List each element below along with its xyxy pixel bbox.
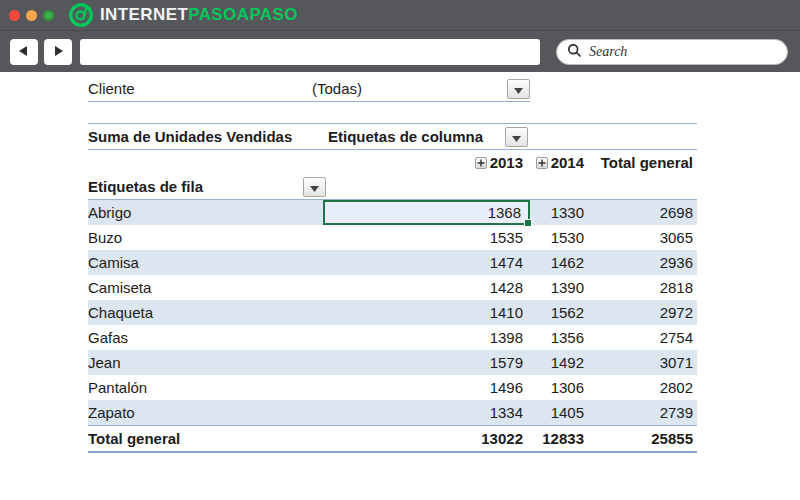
dropdown-arrow-icon: [310, 180, 319, 195]
grand-total-label: Total general: [88, 426, 323, 451]
search-input[interactable]: [587, 43, 777, 61]
cell-value[interactable]: 2802: [588, 375, 697, 400]
year-header-spacer: [88, 150, 323, 175]
cell-value[interactable]: 1368: [323, 200, 530, 225]
brand-name-primary: INTERNET: [100, 5, 188, 24]
cell-value[interactable]: 1535: [323, 225, 530, 250]
pivot-year-header-row: 2013 2014 Total general: [88, 150, 697, 175]
table-row: Chaqueta 1410 1562 2972: [88, 300, 697, 325]
cell-value[interactable]: 1334: [323, 400, 530, 425]
browser-toolbar: [0, 30, 800, 72]
cell-value[interactable]: 2972: [588, 300, 697, 325]
browser-window: INTERNETPASOAPASO: [0, 0, 800, 500]
minimize-button[interactable]: [26, 10, 37, 21]
search-icon: [567, 43, 582, 62]
table-row: Jean 1579 1492 3071: [88, 350, 697, 375]
plus-icon: [538, 155, 546, 170]
row-label[interactable]: Camiseta: [88, 275, 323, 300]
table-row: Pantalón 1496 1306 2802: [88, 375, 697, 400]
row-label[interactable]: Zapato: [88, 400, 323, 425]
table-row: Buzo 1535 1530 3065: [88, 225, 697, 250]
dropdown-arrow-icon: [512, 130, 521, 145]
grand-total-overall: 25855: [588, 426, 697, 451]
search-box[interactable]: [556, 39, 788, 65]
column-header-label: 2013: [490, 154, 523, 171]
table-row: Camisa 1474 1462 2936: [88, 250, 697, 275]
filter-value: (Todas): [312, 80, 362, 97]
grand-total-2013: 13022: [323, 426, 530, 451]
cell-value[interactable]: 1562: [530, 300, 588, 325]
cell-value[interactable]: 1579: [323, 350, 530, 375]
values-title: Suma de Unidades Vendidas: [88, 124, 292, 150]
cell-value[interactable]: 1462: [530, 250, 588, 275]
close-button[interactable]: [9, 10, 20, 21]
table-row: Zapato 1334 1405 2739: [88, 400, 697, 425]
row-label[interactable]: Abrigo: [88, 200, 323, 225]
table-row: Abrigo 1368 1330 2698: [88, 200, 697, 225]
cell-value[interactable]: 1530: [530, 225, 588, 250]
cell-value[interactable]: 2936: [588, 250, 697, 275]
cell-value[interactable]: 1398: [323, 325, 530, 350]
brand-name: INTERNETPASOAPASO: [100, 5, 298, 25]
cell-value[interactable]: 1405: [530, 400, 588, 425]
cell-value[interactable]: 1330: [530, 200, 588, 225]
expand-2014-button[interactable]: [536, 157, 548, 169]
address-bar[interactable]: [80, 39, 540, 65]
window-controls: [9, 10, 54, 21]
row-labels-dropdown-button[interactable]: [303, 177, 326, 197]
cell-value[interactable]: 2818: [588, 275, 697, 300]
column-labels-title: Etiquetas de columna: [328, 124, 483, 150]
cell-value[interactable]: 1474: [323, 250, 530, 275]
cell-value[interactable]: 2754: [588, 325, 697, 350]
table-row: Camiseta 1428 1390 2818: [88, 275, 697, 300]
grand-total-2014: 12833: [530, 426, 588, 451]
column-header-2013: 2013: [323, 150, 530, 175]
cell-value[interactable]: 3071: [588, 350, 697, 375]
row-label[interactable]: Chaqueta: [88, 300, 323, 325]
brand-logo-icon: [68, 2, 94, 28]
pivot-header: Suma de Unidades Vendidas Etiquetas de c…: [88, 123, 697, 200]
title-bar: INTERNETPASOAPASO: [0, 0, 800, 30]
column-labels-dropdown-button[interactable]: [505, 127, 528, 147]
plus-icon: [477, 155, 485, 170]
cell-value[interactable]: 3065: [588, 225, 697, 250]
column-header-2014: 2014: [530, 150, 588, 175]
row-labels-header: Etiquetas de fila: [88, 175, 697, 200]
expand-2013-button[interactable]: [475, 157, 487, 169]
row-labels-title: Etiquetas de fila: [88, 178, 203, 195]
pivot-table-body: Abrigo 1368 1330 2698 Buzo 1535 1530 306…: [88, 200, 697, 453]
zoom-button[interactable]: [43, 10, 54, 21]
cell-value[interactable]: 1306: [530, 375, 588, 400]
row-label[interactable]: Gafas: [88, 325, 323, 350]
grand-total-row: Total general 13022 12833 25855: [88, 425, 697, 453]
forward-button[interactable]: [44, 39, 72, 65]
brand-name-secondary: PASOAPASO: [188, 5, 298, 24]
filter-field-label: Cliente: [88, 80, 135, 97]
forward-arrow-icon: [52, 45, 64, 60]
filter-dropdown-button[interactable]: [507, 79, 530, 99]
cell-value[interactable]: 2739: [588, 400, 697, 425]
cell-value[interactable]: 1410: [323, 300, 530, 325]
dropdown-arrow-icon: [514, 82, 523, 97]
row-label[interactable]: Jean: [88, 350, 323, 375]
spreadsheet-area: Cliente (Todas) Suma de Unidades Vendida…: [0, 72, 800, 500]
row-label[interactable]: Camisa: [88, 250, 323, 275]
back-button[interactable]: [10, 39, 38, 65]
row-label[interactable]: Buzo: [88, 225, 323, 250]
cell-value[interactable]: 1492: [530, 350, 588, 375]
back-arrow-icon: [18, 45, 30, 60]
row-label[interactable]: Pantalón: [88, 375, 323, 400]
cell-value[interactable]: 2698: [588, 200, 697, 225]
pivot-rows: Abrigo 1368 1330 2698 Buzo 1535 1530 306…: [88, 200, 697, 425]
cell-value[interactable]: 1390: [530, 275, 588, 300]
pivot-filter-row: Cliente (Todas): [88, 79, 530, 102]
column-header-label: 2014: [551, 154, 584, 171]
column-header-total: Total general: [588, 150, 697, 175]
pivot-title-row: Suma de Unidades Vendidas Etiquetas de c…: [88, 123, 697, 150]
cell-value[interactable]: 1356: [530, 325, 588, 350]
cell-value[interactable]: 1428: [323, 275, 530, 300]
cell-value[interactable]: 1496: [323, 375, 530, 400]
table-row: Gafas 1398 1356 2754: [88, 325, 697, 350]
